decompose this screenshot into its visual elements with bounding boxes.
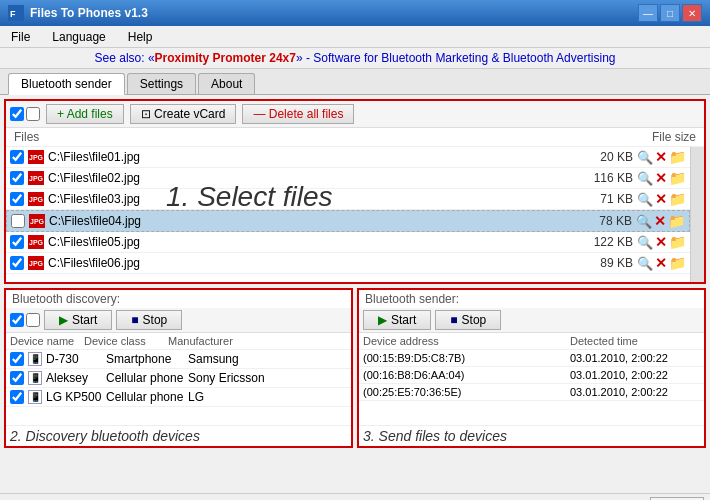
- stop-icon: ■: [131, 313, 138, 327]
- deselect-all-checkbox[interactable]: [26, 107, 40, 121]
- folder-icon-3[interactable]: 📁: [668, 213, 685, 229]
- files-col-name: Files: [14, 130, 39, 144]
- menu-file[interactable]: File: [8, 29, 33, 45]
- delete-icon-1[interactable]: ✕: [655, 170, 667, 186]
- folder-icon-5[interactable]: 📁: [669, 255, 686, 271]
- folder-icon-0[interactable]: 📁: [669, 149, 686, 165]
- minimize-button[interactable]: —: [638, 4, 658, 22]
- sender-stop-label: Stop: [462, 313, 487, 327]
- scrollbar[interactable]: [690, 147, 704, 282]
- file-path-1: C:\Files\file02.jpg: [48, 171, 574, 185]
- sender-devices-list: (00:15:B9:D5:C8:7B) 03.01.2010, 2:00:22 …: [359, 350, 704, 425]
- search-icon-5[interactable]: 🔍: [637, 256, 653, 271]
- delete-icon-3[interactable]: ✕: [654, 213, 666, 229]
- tab-about[interactable]: About: [198, 73, 255, 94]
- delete-icon-2[interactable]: ✕: [655, 191, 667, 207]
- search-icon-1[interactable]: 🔍: [637, 171, 653, 186]
- col-device-class: Device class: [84, 335, 164, 347]
- file-actions-0: 🔍 ✕ 📁: [637, 149, 686, 165]
- search-icon-3[interactable]: 🔍: [636, 214, 652, 229]
- device-class-1: Cellular phone: [106, 371, 184, 385]
- folder-icon-1[interactable]: 📁: [669, 170, 686, 186]
- discovery-toolbar: ▶ Start ■ Stop: [6, 308, 351, 333]
- delete-icon-0[interactable]: ✕: [655, 149, 667, 165]
- device-check-1[interactable]: [10, 371, 24, 385]
- main-content: + Add files ⊡ Create vCard — Delete all …: [0, 95, 710, 493]
- file-actions-4: 🔍 ✕ 📁: [637, 234, 686, 250]
- device-check-2[interactable]: [10, 390, 24, 404]
- search-icon-2[interactable]: 🔍: [637, 192, 653, 207]
- menu-help[interactable]: Help: [125, 29, 156, 45]
- file-checkbox-0[interactable]: [10, 150, 24, 164]
- file-type-icon-5: JPG: [28, 256, 44, 270]
- device-row-1: 📱 Aleksey Cellular phone Sony Ericsson: [6, 369, 351, 388]
- close-button[interactable]: ✕: [682, 4, 702, 22]
- file-size-2: 71 KB: [578, 192, 633, 206]
- footer-bar: http://PromoToMobile.com Exit: [0, 493, 710, 500]
- discovery-stop-button[interactable]: ■ Stop: [116, 310, 182, 330]
- discovery-check-1[interactable]: [10, 313, 24, 327]
- device-mfr-0: Samsung: [188, 352, 347, 366]
- file-checkbox-5[interactable]: [10, 256, 24, 270]
- sender-time-2: 03.01.2010, 2:00:22: [570, 386, 700, 398]
- file-checkbox-3[interactable]: [11, 214, 25, 228]
- title-bar: F Files To Phones v1.3 — □ ✕: [0, 0, 710, 26]
- add-files-button[interactable]: + Add files: [46, 104, 124, 124]
- sender-panel: Bluetooth sender: ▶ Start ■ Stop Device …: [357, 288, 706, 448]
- sender-time-1: 03.01.2010, 2:00:22: [570, 369, 700, 381]
- file-row: JPG C:\Files\file05.jpg 122 KB 🔍 ✕ 📁: [6, 232, 690, 253]
- create-vcard-button[interactable]: ⊡ Create vCard: [130, 104, 237, 124]
- select-all-checkbox[interactable]: [10, 107, 24, 121]
- promo-bar: See also: «Proximity Promoter 24x7» - So…: [0, 48, 710, 69]
- sender-row-2: (00:25:E5:70:36:5E) 03.01.2010, 2:00:22: [359, 384, 704, 401]
- select-all-pair: [10, 107, 40, 121]
- play-icon-sender: ▶: [378, 313, 387, 327]
- bottom-panels: Bluetooth discovery: ▶ Start ■ Stop Devi…: [4, 288, 706, 448]
- file-path-3: C:\Files\file04.jpg: [49, 214, 573, 228]
- delete-icon-5[interactable]: ✕: [655, 255, 667, 271]
- device-name-1: Aleksey: [46, 371, 102, 385]
- sender-bottom-label: 3. Send files to devices: [359, 425, 704, 446]
- file-type-icon-3: JPG: [29, 214, 45, 228]
- menu-language[interactable]: Language: [49, 29, 108, 45]
- delete-all-button[interactable]: — Delete all files: [242, 104, 354, 124]
- file-size-1: 116 KB: [578, 171, 633, 185]
- sender-start-button[interactable]: ▶ Start: [363, 310, 431, 330]
- promo-suffix: » - Software for Bluetooth Marketing & B…: [296, 51, 616, 65]
- sender-addr-0: (00:15:B9:D5:C8:7B): [363, 352, 570, 364]
- file-row: JPG C:\Files\file06.jpg 89 KB 🔍 ✕ 📁: [6, 253, 690, 274]
- sender-title: Bluetooth sender:: [359, 290, 704, 308]
- file-path-4: C:\Files\file05.jpg: [48, 235, 574, 249]
- file-actions-3: 🔍 ✕ 📁: [636, 213, 685, 229]
- file-checkbox-4[interactable]: [10, 235, 24, 249]
- sender-addr-2: (00:25:E5:70:36:5E): [363, 386, 570, 398]
- file-checkbox-1[interactable]: [10, 171, 24, 185]
- maximize-button[interactable]: □: [660, 4, 680, 22]
- sender-stop-button[interactable]: ■ Stop: [435, 310, 501, 330]
- delete-icon-4[interactable]: ✕: [655, 234, 667, 250]
- promo-link[interactable]: Proximity Promoter 24x7: [155, 51, 296, 65]
- discovery-start-label: Start: [72, 313, 97, 327]
- folder-icon-4[interactable]: 📁: [669, 234, 686, 250]
- file-size-5: 89 KB: [578, 256, 633, 270]
- tab-bluetooth-sender[interactable]: Bluetooth sender: [8, 73, 125, 95]
- discovery-bottom-label: 2. Discovery bluetooth devices: [6, 425, 351, 446]
- discovery-start-button[interactable]: ▶ Start: [44, 310, 112, 330]
- file-path-2: C:\Files\file03.jpg: [48, 192, 574, 206]
- discovery-stop-label: Stop: [143, 313, 168, 327]
- folder-icon-2[interactable]: 📁: [669, 191, 686, 207]
- file-checkbox-2[interactable]: [10, 192, 24, 206]
- files-list: JPG C:\Files\file01.jpg 20 KB 🔍 ✕ 📁 JPG …: [6, 147, 690, 282]
- discovery-title: Bluetooth discovery:: [6, 290, 351, 308]
- tab-settings[interactable]: Settings: [127, 73, 196, 94]
- search-icon-4[interactable]: 🔍: [637, 235, 653, 250]
- file-type-icon-1: JPG: [28, 171, 44, 185]
- files-toolbar: + Add files ⊡ Create vCard — Delete all …: [6, 101, 704, 128]
- discovery-check-2[interactable]: [26, 313, 40, 327]
- device-class-0: Smartphone: [106, 352, 184, 366]
- files-section: + Add files ⊡ Create vCard — Delete all …: [4, 99, 706, 284]
- search-icon-0[interactable]: 🔍: [637, 150, 653, 165]
- stop-icon-sender: ■: [450, 313, 457, 327]
- device-check-0[interactable]: [10, 352, 24, 366]
- file-size-4: 122 KB: [578, 235, 633, 249]
